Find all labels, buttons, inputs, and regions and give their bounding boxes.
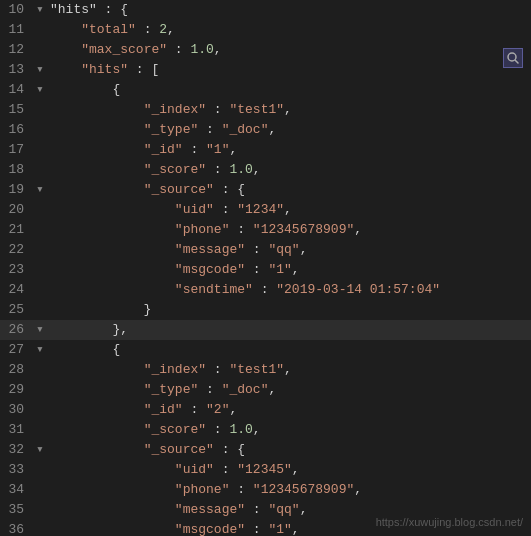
string-token: "_type" [144,382,199,397]
code-line: 15 "_index" : "test1", [0,100,531,120]
punctuation-token: } [50,302,151,317]
line-number: 23 [0,260,32,280]
string-token: "msgcode" [175,262,245,277]
code-content: } [48,300,531,320]
code-line: 26▾ }, [0,320,531,340]
code-content: "phone" : "12345678909", [48,220,531,240]
punctuation-token [50,442,144,457]
svg-line-1 [516,61,519,64]
code-content: "_score" : 1.0, [48,160,531,180]
punctuation-token [50,182,144,197]
string-token: "12345678909" [253,222,354,237]
line-number: 24 [0,280,32,300]
punctuation-token: { [50,342,120,357]
punctuation-token: , [284,102,292,117]
string-token: "test1" [229,362,284,377]
code-content: "_source" : { [48,180,531,200]
punctuation-token: , [292,522,300,536]
punctuation-token: : [198,122,221,137]
fold-indicator[interactable]: ▾ [32,180,48,200]
code-line: 11 "total" : 2, [0,20,531,40]
string-token: "total" [81,22,136,37]
string-token: "_id" [144,142,183,157]
code-line: 24 "sendtime" : "2019-03-14 01:57:04" [0,280,531,300]
string-token: "_index" [144,362,206,377]
code-line: 19▾ "_source" : { [0,180,531,200]
code-content: "msgcode" : "1", [48,260,531,280]
line-number: 34 [0,480,32,500]
string-token: "qq" [268,242,299,257]
code-line: 25 } [0,300,531,320]
line-number: 21 [0,220,32,240]
code-content: "_type" : "_doc", [48,380,531,400]
punctuation-token [50,222,175,237]
punctuation-token: : [245,242,268,257]
punctuation-token: , [284,202,292,217]
search-icon-badge[interactable] [503,48,523,68]
punctuation-token: : { [214,442,245,457]
punctuation-token [50,362,144,377]
string-token: "phone" [175,222,230,237]
string-token: "phone" [175,482,230,497]
string-token: "_doc" [222,382,269,397]
code-content: "_source" : { [48,440,531,460]
line-number: 15 [0,100,32,120]
punctuation-token [50,382,144,397]
code-content: "message" : "qq", [48,240,531,260]
punctuation-token: : [245,522,268,536]
punctuation-token [50,262,175,277]
punctuation-token [50,202,175,217]
code-line: 10▾"hits" : { [0,0,531,20]
line-number: 29 [0,380,32,400]
fold-indicator[interactable]: ▾ [32,320,48,340]
code-content: { [48,340,531,360]
punctuation-token [50,102,144,117]
code-line: 28 "_index" : "test1", [0,360,531,380]
string-token: "1" [268,522,291,536]
code-content: "_id" : "1", [48,140,531,160]
code-line: 17 "_id" : "1", [0,140,531,160]
line-number: 33 [0,460,32,480]
code-content: "uid" : "1234", [48,200,531,220]
code-line: 27▾ { [0,340,531,360]
punctuation-token [50,522,175,536]
punctuation-token: , [292,462,300,477]
line-number: 11 [0,20,32,40]
punctuation-token: : [136,22,159,37]
string-token: "qq" [268,502,299,517]
punctuation-token [50,62,81,77]
code-line: 21 "phone" : "12345678909", [0,220,531,240]
string-token: "_doc" [222,122,269,137]
string-token: "test1" [229,102,284,117]
punctuation-token: , [229,142,237,157]
fold-indicator[interactable]: ▾ [32,60,48,80]
code-content: "total" : 2, [48,20,531,40]
code-content: "sendtime" : "2019-03-14 01:57:04" [48,280,531,300]
string-token: "12345678909" [253,482,354,497]
fold-indicator[interactable]: ▾ [32,440,48,460]
code-content: "max_score" : 1.0, [48,40,531,60]
line-number: 27 [0,340,32,360]
string-token: "uid" [175,462,214,477]
string-token: "message" [175,242,245,257]
line-number: 17 [0,140,32,160]
punctuation-token [50,22,81,37]
line-number: 32 [0,440,32,460]
fold-indicator[interactable]: ▾ [32,80,48,100]
punctuation-token: , [284,362,292,377]
fold-indicator[interactable]: ▾ [32,0,48,20]
punctuation-token: : [206,162,229,177]
fold-indicator[interactable]: ▾ [32,340,48,360]
number-token: 1.0 [229,162,252,177]
punctuation-token [50,422,144,437]
punctuation-token [50,122,144,137]
punctuation-token [50,482,175,497]
string-token: "_type" [144,122,199,137]
punctuation-token: : [253,282,276,297]
code-content: "_type" : "_doc", [48,120,531,140]
string-token: "1234" [237,202,284,217]
code-content: "_score" : 1.0, [48,420,531,440]
punctuation-token [50,402,144,417]
punctuation-token [50,142,144,157]
code-line: 13▾ "hits" : [ [0,60,531,80]
